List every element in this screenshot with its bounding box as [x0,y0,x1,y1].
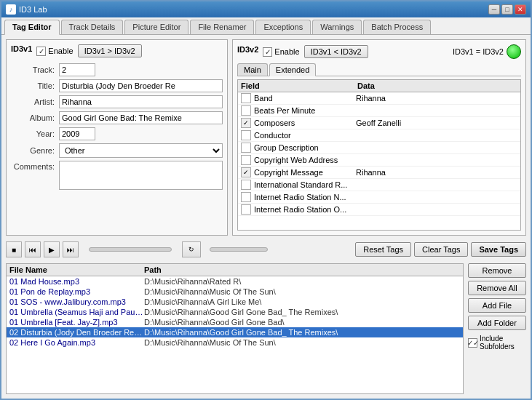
file-row[interactable]: 01 Mad House.mp3 D:\Music\Rihanna\Rated … [7,276,463,287]
id3v1-panel: ID3v1 Enable ID3v1 > ID3v2 Track: Title: [6,39,228,236]
ext-row-group-desc[interactable]: Group Description [238,142,520,154]
add-folder-button[interactable]: Add Folder [468,316,526,330]
tab-picture-editor[interactable]: Picture Editor [124,20,188,34]
volume-slider[interactable] [210,247,268,252]
file-row[interactable]: 01 Umbrella (Seamus Haji and Paul E... D… [7,307,463,317]
file-path-selected: D:\Music\Rihanna\Good Girl Gone Bad_ The… [144,328,460,337]
ext-checkbox-conductor[interactable] [241,130,251,140]
ext-checkbox-composers[interactable]: ✓ [241,118,251,128]
play-button[interactable]: ▶ [44,241,60,257]
add-file-button[interactable]: Add File [468,298,526,313]
inner-tab-extended[interactable]: Extended [269,63,316,76]
ext-row-composers[interactable]: ✓ Composers Geoff Zanelli [238,117,520,129]
title-input[interactable] [59,79,223,92]
ext-checkbox-copyright-msg[interactable]: ✓ [241,167,251,177]
tab-track-details[interactable]: Track Details [61,20,124,34]
ext-checkbox-isrc[interactable] [241,180,251,190]
id3v1-enable-checkbox[interactable] [36,47,46,56]
ext-checkbox-copyright-web[interactable] [241,155,251,165]
id3v1-enable-label[interactable]: Enable [36,47,73,56]
ext-field-radio-station-n: Internet Radio Station N... [254,193,356,201]
file-name: 01 Pon de Replay.mp3 [9,287,144,296]
id3v2-enable-checkbox[interactable] [263,47,272,57]
progress-bar[interactable] [89,247,172,252]
file-list-body: 01 Mad House.mp3 D:\Music\Rihanna\Rated … [7,276,463,393]
ext-field-radio-station-o: Internet Radio Station O... [254,205,356,214]
file-path: D:\Music\Rihanna\Music Of The Sun\ [144,338,460,347]
include-subfolders-label[interactable]: ✓ IncludeSubfolders [468,335,526,351]
ext-checkbox-radio-station-o[interactable] [241,204,251,215]
album-input[interactable] [59,111,223,124]
include-subfolders-checkbox[interactable]: ✓ [468,338,477,348]
file-row[interactable]: 01 SOS - www.Jalibury.com.mp3 D:\Music\R… [7,297,463,307]
tab-exceptions[interactable]: Exceptions [255,20,311,34]
transport-row: ■ ⏮ ▶ ⏭ ↻ Reset Tags Clear Tags Save Tag… [6,239,526,260]
reset-tags-button[interactable]: Reset Tags [355,242,411,257]
file-row[interactable]: 02 Here I Go Again.mp3 D:\Music\Rihanna\… [7,337,463,348]
tab-warnings[interactable]: Warnings [312,20,362,34]
ext-row-copyright-msg[interactable]: ✓ Copyright Message Rihanna [238,167,520,179]
inner-tab-main[interactable]: Main [237,63,268,76]
ext-field-bpm: Beats Per Minute [254,106,356,115]
id3v1-header: ID3v1 [11,44,32,53]
comments-input[interactable] [59,161,223,190]
id3v2-enable-label[interactable]: Enable [263,47,299,57]
id3v1-copy-button[interactable]: ID3v1 > ID3v2 [78,44,142,57]
file-row-selected[interactable]: 02 Disturbia (Jody Den Broeder Remix... … [7,327,463,337]
extended-table: Field Data Band Rihanna Beats Per Minute [237,79,521,231]
ext-data-band: Rihanna [356,94,517,103]
ext-row-radio-station-o[interactable]: Internet Radio Station O... [238,204,520,216]
album-label: Album: [11,113,55,122]
file-path: D:\Music\Rihanna\Good Girl Gone Bad\ [144,318,460,327]
ext-data-composers: Geoff Zanelli [356,119,517,127]
genre-select[interactable]: Other Pop R&B [59,143,223,158]
ext-row-bpm[interactable]: Beats Per Minute [238,105,520,117]
file-path: D:\Music\Rihanna\Rated R\ [144,277,460,286]
content-area: ID3v1 Enable ID3v1 > ID3v2 Track: Title: [1,35,531,399]
genre-label: Genre: [11,146,55,155]
loop-button[interactable]: ↻ [182,241,201,257]
ext-checkbox-bpm[interactable] [241,105,251,116]
close-button[interactable]: ✕ [515,4,526,15]
clear-tags-button[interactable]: Clear Tags [414,242,468,257]
stop-button[interactable]: ■ [6,241,22,257]
year-input[interactable] [59,127,95,140]
ext-field-conductor: Conductor [254,131,356,140]
tab-batch-process[interactable]: Batch Process [363,20,431,34]
id3v1-eq-label: ID3v1 = ID3v2 [453,47,504,56]
track-input[interactable] [59,63,95,76]
app-icon: ♪ [6,4,16,15]
file-name-selected: 02 Disturbia (Jody Den Broeder Remix... [9,328,144,337]
ext-row-isrc[interactable]: International Standard R... [238,179,520,191]
file-name: 01 Umbrella [Feat. Jay-Z].mp3 [9,318,144,327]
ext-checkbox-radio-station-n[interactable] [241,192,251,202]
file-name: 02 Here I Go Again.mp3 [9,338,144,347]
ext-row-radio-station-n[interactable]: Internet Radio Station N... [238,191,520,204]
ext-checkbox-group-desc[interactable] [241,143,251,153]
prev-button[interactable]: ⏮ [25,241,41,257]
tab-tag-editor[interactable]: Tag Editor [4,20,60,35]
file-path: D:\Music\Rihanna\Music Of The Sun\ [144,287,460,296]
remove-button[interactable]: Remove [468,263,526,278]
tab-file-renamer[interactable]: File Renamer [190,20,254,34]
ext-checkbox-band[interactable] [241,93,251,103]
minimize-button[interactable]: ─ [488,4,500,15]
artist-row: Artist: [11,95,223,108]
file-list-panel: File Name Path 01 Mad House.mp3 D:\Music… [6,263,464,394]
ext-row-band[interactable]: Band Rihanna [238,92,520,105]
next-button[interactable]: ⏭ [63,241,79,257]
ext-table-header: Field Data [238,80,520,92]
title-bar-controls: ─ □ ✕ [488,4,526,15]
file-row[interactable]: 01 Pon de Replay.mp3 D:\Music\Rihanna\Mu… [7,287,463,297]
id3v2-tabs: Main Extended [237,63,521,76]
file-row[interactable]: 01 Umbrella [Feat. Jay-Z].mp3 D:\Music\R… [7,317,463,327]
ext-field-copyright-msg: Copyright Message [254,168,356,177]
artist-input[interactable] [59,95,223,108]
ext-row-conductor[interactable]: Conductor [238,129,520,142]
remove-all-button[interactable]: Remove All [468,281,526,295]
id3v2-copy-button[interactable]: ID3v1 < ID3v2 [304,45,368,58]
maximize-button[interactable]: □ [501,4,513,15]
title-row: Title: [11,79,223,92]
save-tags-button[interactable]: Save Tags [471,242,526,257]
ext-row-copyright-web[interactable]: Copyright Web Address [238,154,520,167]
